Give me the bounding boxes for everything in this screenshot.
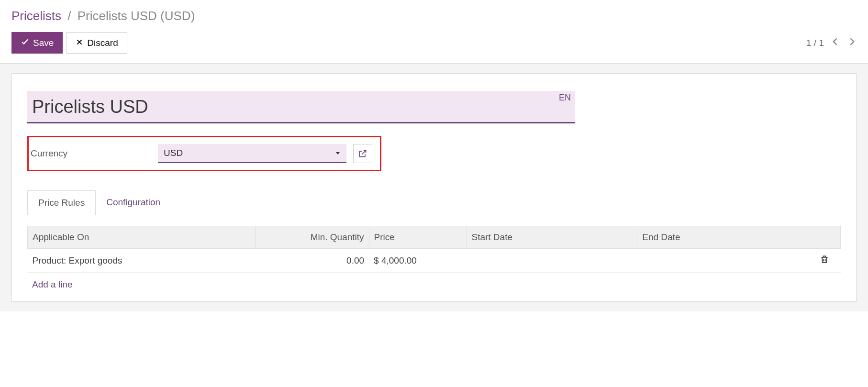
save-button[interactable]: Save xyxy=(11,32,63,54)
pager-next[interactable] xyxy=(847,37,857,49)
col-actions xyxy=(808,226,841,249)
pager-prev[interactable] xyxy=(831,37,840,49)
cell-applicable-on: Product: Export goods xyxy=(28,249,256,273)
close-icon xyxy=(76,38,83,48)
breadcrumb-current: Pricelists USD (USD) xyxy=(78,9,195,23)
col-price[interactable]: Price xyxy=(369,226,467,249)
col-applicable-on[interactable]: Applicable On xyxy=(28,226,256,249)
currency-field-highlight: Currency USD xyxy=(27,136,381,171)
cell-start-date xyxy=(467,249,637,273)
col-end-date[interactable]: End Date xyxy=(637,226,808,249)
breadcrumb-root-link[interactable]: Pricelists xyxy=(11,9,61,23)
discard-button-label: Discard xyxy=(87,38,118,48)
pager: 1 / 1 xyxy=(806,37,857,49)
cell-end-date xyxy=(637,249,808,273)
caret-down-icon xyxy=(335,148,341,158)
discard-button[interactable]: Discard xyxy=(67,32,127,54)
breadcrumb-separator: / xyxy=(65,9,74,23)
currency-select[interactable]: USD xyxy=(158,144,346,163)
table-row[interactable]: Product: Export goods 0.00 $ 4,000.00 xyxy=(28,249,841,273)
chevron-right-icon xyxy=(847,37,857,46)
check-icon xyxy=(21,37,29,48)
external-link-button[interactable] xyxy=(353,144,372,163)
language-badge[interactable]: EN xyxy=(556,91,574,105)
form-sheet: EN Currency USD Price Rules Co xyxy=(11,73,857,302)
pager-text: 1 / 1 xyxy=(806,38,824,48)
tab-price-rules[interactable]: Price Rules xyxy=(27,190,96,215)
pricelist-name-input[interactable] xyxy=(27,91,575,123)
delete-row-button[interactable] xyxy=(820,256,829,266)
trash-icon xyxy=(820,254,829,264)
breadcrumb: Pricelists / Pricelists USD (USD) xyxy=(11,9,857,23)
col-min-qty[interactable]: Min. Quantity xyxy=(255,226,369,249)
save-button-label: Save xyxy=(33,38,54,48)
chevron-left-icon xyxy=(831,37,840,46)
tabs: Price Rules Configuration xyxy=(27,190,841,215)
price-rules-table: Applicable On Min. Quantity Price Start … xyxy=(27,226,841,273)
add-line-link[interactable]: Add a line xyxy=(27,273,78,292)
currency-value: USD xyxy=(164,148,183,158)
col-start-date[interactable]: Start Date xyxy=(467,226,637,249)
currency-label: Currency xyxy=(29,145,151,162)
cell-price: $ 4,000.00 xyxy=(369,249,467,273)
cell-min-qty: 0.00 xyxy=(255,249,369,273)
tab-configuration[interactable]: Configuration xyxy=(96,190,171,215)
external-link-icon xyxy=(358,149,367,158)
svg-marker-2 xyxy=(336,152,340,155)
